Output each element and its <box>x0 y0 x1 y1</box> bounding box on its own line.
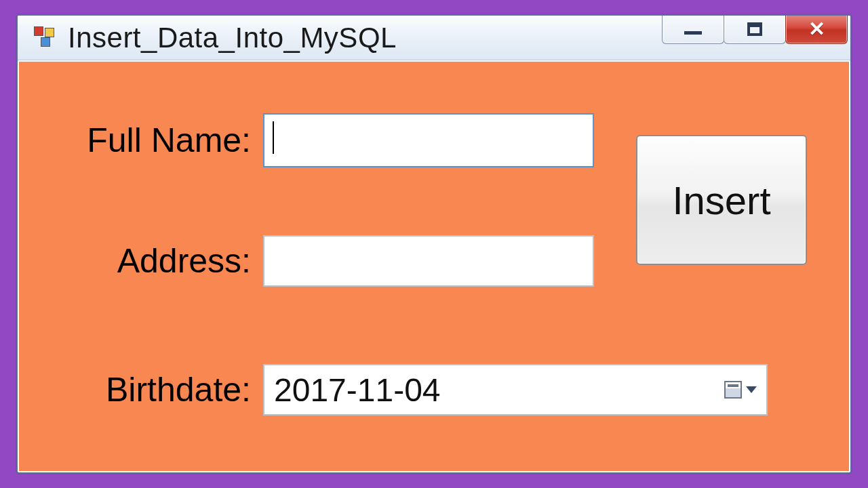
birthdate-picker[interactable]: 2017-11-04 <box>263 364 768 415</box>
text-caret <box>273 121 274 154</box>
birthdate-label: Birthdate: <box>46 370 263 409</box>
close-icon: ✕ <box>808 19 825 39</box>
close-button[interactable]: ✕ <box>785 14 848 44</box>
address-label: Address: <box>46 241 263 281</box>
insert-button[interactable]: Insert <box>636 135 807 265</box>
minimize-button[interactable] <box>662 14 724 44</box>
date-dropdown-button[interactable] <box>724 381 757 399</box>
full-name-input[interactable] <box>263 113 594 167</box>
full-name-row: Full Name: <box>46 113 594 167</box>
address-input[interactable] <box>263 235 594 287</box>
window-title: Insert_Data_Into_MySQL <box>68 22 397 54</box>
insert-button-label: Insert <box>672 178 770 223</box>
maximize-icon <box>747 22 762 36</box>
client-area: Full Name: Address: Birthdate: 2017-11-0… <box>19 62 849 471</box>
app-window: Insert_Data_Into_MySQL ✕ Full Name: Addr… <box>16 14 852 474</box>
birthdate-value: 2017-11-04 <box>274 371 441 409</box>
maximize-button[interactable] <box>724 14 786 44</box>
chevron-down-icon <box>746 386 757 393</box>
calendar-icon <box>724 381 742 399</box>
birthdate-row: Birthdate: 2017-11-04 <box>46 364 768 415</box>
titlebar[interactable]: Insert_Data_Into_MySQL ✕ <box>18 16 850 60</box>
window-controls: ✕ <box>663 14 848 44</box>
full-name-label: Full Name: <box>46 121 263 160</box>
minimize-icon <box>684 31 702 35</box>
app-icon <box>34 26 57 49</box>
address-row: Address: <box>46 235 594 287</box>
